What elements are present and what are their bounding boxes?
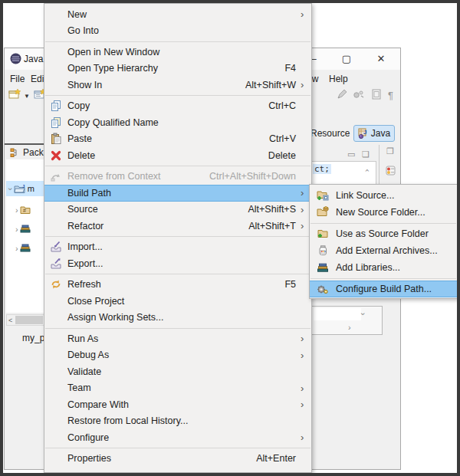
menu-item-shortcut: Ctrl+Alt+Shift+Down	[209, 171, 301, 182]
menu-item-copy[interactable]: CopyCtrl+C	[44, 98, 311, 115]
submenu-arrow-icon: ›	[301, 432, 311, 443]
menu-item-delete[interactable]: DeleteDelete	[44, 147, 311, 164]
scroll-down-icon[interactable]: ›	[360, 313, 368, 316]
submenu-arrow-icon: ›	[301, 399, 311, 410]
menu-item-source[interactable]: SourceAlt+Shift+S›	[44, 202, 311, 218]
menu-item-configure[interactable]: Configure›	[44, 429, 311, 446]
menu-item-build-path[interactable]: Build Path›	[44, 185, 311, 202]
view-maximize-icon[interactable]: ❏	[362, 149, 370, 159]
perspective-resource[interactable]: Resource	[310, 128, 350, 139]
menu-item-refactor[interactable]: RefactorAlt+Shift+T›	[44, 218, 311, 235]
menu-item-import[interactable]: Import...	[44, 239, 311, 256]
menu-item-label: Refresh	[67, 279, 101, 290]
menu-item-shortcut: Alt+Shift+S	[248, 204, 301, 215]
tree-row-jre[interactable]: ›	[15, 222, 31, 237]
menu-item-run-as[interactable]: Run As›	[44, 330, 311, 347]
panel-divider	[5, 143, 48, 145]
add-libraries-icon	[310, 261, 336, 274]
menu-item-team[interactable]: Team›	[44, 380, 311, 397]
new-wizard-icon[interactable]	[8, 88, 24, 102]
menu-item-debug-as[interactable]: Debug As›	[44, 347, 311, 364]
tree-row-src[interactable]: › #	[15, 202, 31, 218]
java-perspective-icon: J	[358, 128, 369, 139]
scrollbar-thumb[interactable]	[15, 316, 43, 324]
view-minimize-icon[interactable]: ▭	[347, 149, 355, 159]
menu-item-remove-from-context[interactable]: Remove from ContextCtrl+Alt+Shift+Down	[44, 169, 311, 185]
menu-item-copy-qualified-name[interactable]: Copy Qualified Name	[44, 114, 311, 131]
perspective-java[interactable]: J Java	[353, 125, 395, 142]
menu-item-show-in[interactable]: Show InAlt+Shift+W›	[44, 77, 311, 94]
menu-item-go-into[interactable]: Go Into	[44, 23, 311, 40]
menu-item-validate[interactable]: Validate	[44, 363, 311, 380]
menu-separator	[310, 223, 456, 224]
panel-divider	[379, 145, 380, 186]
menu-item-label: Remove from Context	[67, 171, 161, 182]
package-folder-icon: #	[20, 205, 31, 215]
menu-item-label: Close Project	[67, 296, 124, 307]
menu-item-restore-from-local-history[interactable]: Restore from Local History...	[44, 413, 311, 430]
chevron-right-icon[interactable]: ›	[15, 245, 18, 253]
menu-item-add-external-archives[interactable]: Add External Archives...	[310, 242, 457, 259]
menu-item-label: New Source Folder...	[336, 207, 426, 218]
submenu-arrow-icon: ›	[301, 79, 311, 90]
menu-item-refresh[interactable]: RefreshF5	[44, 277, 311, 294]
menu-separator	[45, 41, 310, 42]
chevron-right-icon[interactable]: ›	[15, 206, 18, 215]
menu-item-label: Export...	[67, 258, 104, 269]
menu-item-label: Link Source...	[336, 190, 394, 201]
menu-edit[interactable]: Edi	[31, 74, 44, 84]
package-explorer-icon	[10, 148, 20, 158]
pilcrow-icon[interactable]: ¶	[388, 90, 393, 101]
menu-item-label: Restore from Local History...	[67, 415, 188, 426]
menu-item-close-project[interactable]: Close Project	[44, 293, 311, 310]
menu-item-configure-build-path[interactable]: Configure Build Path...	[310, 281, 457, 297]
menu-file[interactable]: File	[10, 74, 25, 84]
scroll-right-icon[interactable]: ›	[348, 323, 351, 332]
maximize-button[interactable]: ▢	[335, 51, 358, 67]
pen-icon[interactable]	[336, 88, 351, 102]
build-path-submenu: Link Source...New Source Folder...Use as…	[309, 184, 458, 299]
menu-item-link-source[interactable]: Link Source...	[310, 187, 457, 204]
new-wizard-dropdown-icon[interactable]: ▼	[24, 93, 30, 100]
close-button[interactable]: ✕	[370, 51, 393, 67]
document-icon[interactable]	[370, 88, 386, 102]
menu-item-use-as-source-folder[interactable]: Use as Source Folder	[310, 225, 457, 242]
menu-item-label: Configure	[67, 432, 109, 443]
menu-item-assign-working-sets[interactable]: Assign Working Sets...	[44, 310, 311, 327]
code-fragment: ct;	[313, 164, 331, 174]
tree-row-project[interactable]: › J m	[6, 181, 47, 196]
menu-separator	[45, 274, 310, 274]
menu-item-open-type-hierarchy[interactable]: Open Type HierarchyF4	[44, 61, 311, 77]
new-source-folder-icon	[310, 206, 336, 218]
submenu-arrow-icon: ›	[301, 333, 311, 344]
menu-item-compare-with[interactable]: Compare With›	[44, 396, 311, 413]
menu-item-new-source-folder[interactable]: New Source Folder...	[310, 204, 457, 221]
menu-help[interactable]: Help	[329, 74, 348, 84]
menu-item-paste[interactable]: PasteCtrl+V	[44, 131, 311, 148]
menu-item-export[interactable]: Export...	[44, 255, 311, 272]
menu-item-add-libraries[interactable]: Add Libraries...	[310, 259, 457, 276]
tree-row-referenced-libs[interactable]: ›	[15, 241, 31, 256]
tab-package-explorer[interactable]: Packa	[10, 147, 48, 158]
menu-item-label: Build Path	[67, 188, 111, 199]
menu-item-new[interactable]: New›	[44, 6, 311, 23]
menu-item-label: Compare With	[67, 399, 129, 410]
scroll-left-icon[interactable]: <	[7, 317, 14, 324]
paste-icon	[44, 133, 67, 145]
chevron-right-icon[interactable]: ›	[15, 225, 18, 234]
menu-item-properties[interactable]: PropertiesAlt+Enter	[44, 451, 311, 468]
horizontal-scrollbar[interactable]: <	[6, 314, 47, 326]
menu-item-label: Source	[67, 204, 98, 215]
menu-item-open-in-new-window[interactable]: Open in New Window	[44, 44, 311, 61]
menu-item-label: Copy Qualified Name	[67, 117, 159, 128]
menu-item-shortcut: Delete	[268, 150, 301, 161]
menu-item-label: Import...	[67, 241, 103, 252]
chevron-down-icon[interactable]: ›	[6, 187, 15, 190]
link-source-icon	[310, 189, 336, 202]
submenu-arrow-icon: ›	[301, 350, 311, 361]
code-editor[interactable]: ct; ›	[310, 161, 376, 185]
task-marker-icon[interactable]	[385, 165, 399, 177]
run-dots-icon[interactable]	[353, 88, 368, 102]
view-restore-icon[interactable]: ❐	[386, 146, 394, 156]
collapse-up-icon[interactable]: ›	[363, 168, 371, 173]
